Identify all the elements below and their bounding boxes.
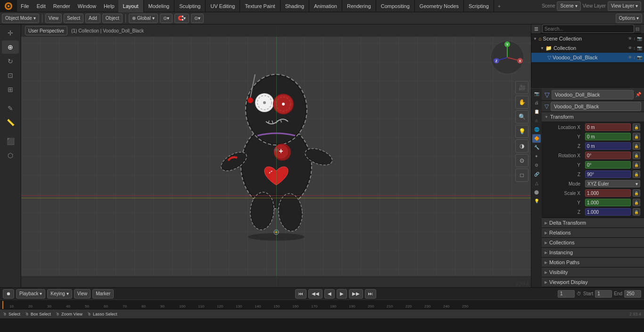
prop-pin-icon[interactable]: 📌 [636, 92, 641, 97]
render-mode-btn[interactable]: 💡 [515, 125, 528, 138]
view-zoom-btn[interactable]: 🔍 [515, 110, 528, 123]
prop-constraints-icon[interactable]: 🔗 [532, 170, 541, 178]
tab-modeling[interactable]: Modeling [144, 0, 175, 12]
tab-texture-paint[interactable]: Texture Paint [240, 0, 280, 12]
sidebar-cursor-tool[interactable]: ✛ [2, 26, 19, 40]
view-menu[interactable]: View [45, 14, 62, 23]
prop-object-name-field[interactable]: Voodoo_Doll_Black [552, 90, 634, 99]
scene-collection-eye[interactable]: 👁 [628, 36, 632, 41]
sidebar-move-tool[interactable]: ⊕ [2, 40, 19, 54]
viewport-shading-btn[interactable]: ◑ [515, 139, 528, 153]
playback-mode-btn[interactable]: ⏺ [3, 289, 14, 299]
sidebar-rotate-tool[interactable]: ↻ [2, 55, 19, 68]
sidebar-measure-tool[interactable]: 📏 [2, 116, 19, 129]
select-menu[interactable]: Select [64, 14, 83, 23]
prop-particles-icon[interactable]: ✦ [532, 152, 541, 161]
menu-window[interactable]: Window [74, 0, 100, 12]
end-frame-field[interactable]: 250 [624, 290, 641, 298]
collection-render[interactable]: 📷 [637, 46, 642, 50]
prop-materials-icon[interactable]: ⬤ [532, 188, 541, 196]
scale-x-lock[interactable]: 🔒 [633, 189, 640, 197]
rotation-y-lock[interactable]: 🔒 [633, 161, 640, 169]
viewport-perspective-btn[interactable]: User Perspective [25, 26, 67, 35]
instancing-header[interactable]: ▶ Instancing [542, 248, 644, 257]
sidebar-transform-tool[interactable]: ⊞ [2, 83, 19, 96]
tab-animation[interactable]: Animation [309, 0, 342, 12]
timeline-ruler-bar[interactable]: 10 20 30 40 50 60 70 80 90 100 110 120 1… [0, 300, 644, 309]
view-orbit-btn[interactable]: ✋ [515, 96, 528, 109]
location-x[interactable]: 0 m [585, 123, 631, 131]
xray-btn[interactable]: □ [515, 169, 528, 182]
rotation-y[interactable]: 0° [585, 161, 631, 169]
prev-keyframe-btn[interactable]: ◀◀ [308, 289, 322, 299]
keying-btn[interactable]: Keying ▾ [47, 289, 72, 299]
filter-icon[interactable]: ⊟ [636, 26, 639, 32]
collection-select[interactable]: ↕ [634, 46, 636, 50]
scale-z-lock[interactable]: 🔒 [633, 208, 640, 216]
sidebar-add-object[interactable]: ⬡ [2, 149, 19, 162]
current-frame-field[interactable]: 1 [558, 290, 575, 298]
location-z[interactable]: 0 m [585, 142, 631, 150]
sidebar-add-cube[interactable]: ⬛ [2, 135, 19, 148]
scale-x[interactable]: 1.000 [585, 189, 631, 197]
menu-file[interactable]: File [17, 0, 33, 12]
playback-btn[interactable]: Playback ▾ [16, 289, 45, 299]
tab-layout[interactable]: Layout [118, 0, 144, 12]
menu-render[interactable]: Render [50, 0, 74, 12]
start-frame-field[interactable]: 1 [595, 290, 612, 298]
outliner-collection[interactable]: ▼ 📁 Collection 👁 ↕ 📷 [531, 43, 644, 53]
scene-collection-render[interactable]: 📷 [637, 36, 642, 41]
rotation-z[interactable]: 90° [585, 170, 631, 178]
tab-sculpting[interactable]: Sculpting [174, 0, 206, 12]
relations-header[interactable]: ▶ Relations [542, 228, 644, 237]
pivot-point[interactable]: ⊙▾ [160, 14, 173, 23]
overlay-btn[interactable]: ⊙ [515, 154, 528, 167]
add-menu[interactable]: Add [85, 14, 100, 23]
tab-rendering[interactable]: Rendering [342, 0, 376, 12]
motion-paths-header[interactable]: ▶ Motion Paths [542, 258, 644, 267]
location-y-lock[interactable]: 🔒 [633, 133, 640, 140]
rotation-z-lock[interactable]: 🔒 [633, 170, 640, 178]
voodoo-select[interactable]: ↕ [634, 55, 636, 60]
prop-render-icon[interactable]: 📷 [532, 89, 541, 98]
transform-type[interactable]: ⊕ Global ▾ [129, 14, 158, 23]
prop-data-name-field[interactable]: Voodoo_Doll_Black [551, 102, 641, 111]
prop-modifier-icon[interactable]: 🔧 [532, 143, 541, 152]
tab-shading[interactable]: Shading [281, 0, 309, 12]
scale-y-lock[interactable]: 🔒 [633, 199, 640, 206]
jump-end-btn[interactable]: ⏭ [365, 289, 376, 299]
scale-y[interactable]: 1.000 [585, 199, 631, 206]
view-camera-btn[interactable]: 🎥 [515, 81, 528, 94]
prop-view-layer-icon[interactable]: 📋 [532, 107, 541, 116]
location-lock[interactable]: 🔒 [633, 123, 640, 131]
sidebar-scale-tool[interactable]: ⊡ [2, 69, 19, 82]
axis-indicator[interactable]: Y X Z [489, 40, 525, 75]
delta-transform-header[interactable]: ▶ Delta Transform [542, 218, 644, 227]
sidebar-annotate-tool[interactable]: ✎ [2, 102, 19, 115]
tab-uv-editing[interactable]: UV Editing [206, 0, 240, 12]
visibility-header[interactable]: ▶ Visibility [542, 267, 644, 277]
scale-z[interactable]: 1.000 [585, 208, 631, 216]
rotation-mode-dropdown[interactable]: XYZ Euler ▾ [585, 180, 640, 187]
mode-selector[interactable]: Object Mode ▾ [2, 14, 39, 23]
location-y[interactable]: 0 m [585, 133, 631, 140]
prop-output-icon[interactable]: 🖨 [532, 98, 541, 107]
viewport-display-header[interactable]: ▶ Viewport Display [542, 277, 644, 287]
prev-frame-btn[interactable]: ◀ [324, 289, 335, 299]
proportional-edit[interactable]: ⊙▾ [191, 14, 204, 23]
options-btn[interactable]: Options ▾ [616, 14, 642, 23]
prop-data-icon[interactable]: △ [532, 179, 541, 187]
prop-shading-icon[interactable]: 💡 [532, 197, 541, 205]
collection-eye[interactable]: 👁 [628, 46, 632, 50]
view-layer-selector[interactable]: View Layer ▾ [608, 1, 641, 11]
voodoo-eye[interactable]: 👁 [628, 55, 632, 60]
scene-collection-select[interactable]: ↕ [634, 36, 636, 41]
outliner-search-input[interactable] [542, 24, 634, 33]
object-menu[interactable]: Object [102, 14, 123, 23]
collections-header[interactable]: ▶ Collections [542, 238, 644, 247]
rotation-x[interactable]: 0° [585, 152, 631, 159]
prop-physics-icon[interactable]: ⚙ [532, 161, 541, 170]
prop-world-icon[interactable]: 🌐 [532, 125, 541, 134]
tab-scripting[interactable]: Scripting [464, 0, 494, 12]
tab-geometry-nodes[interactable]: Geometry Nodes [415, 0, 464, 12]
